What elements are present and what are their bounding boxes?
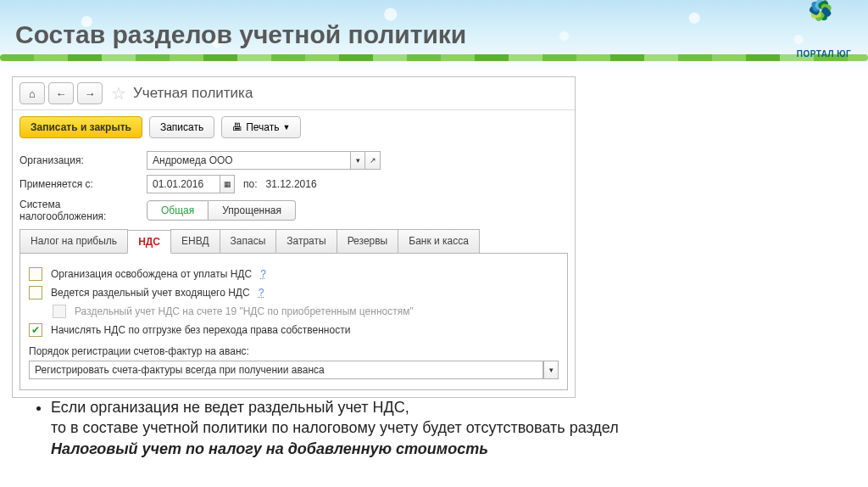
tab-bank-cash[interactable]: Банк и касса — [398, 229, 480, 253]
invoice-order-combo[interactable]: Регистрировать счета-фактуры всегда при … — [29, 361, 559, 379]
tab-profit-tax[interactable]: Налог на прибыль — [19, 229, 128, 253]
invoice-order-value[interactable]: Регистрировать счета-фактуры всегда при … — [29, 361, 543, 379]
dropdown-button[interactable]: ▾ — [543, 361, 559, 379]
arrow-right-icon: → — [85, 87, 96, 100]
save-and-close-button[interactable]: Записать и закрыть — [19, 116, 142, 138]
organization-value[interactable]: Андромеда ООО — [147, 151, 350, 170]
brand-logo: ПОРТАЛ ЮГ — [792, 7, 856, 59]
calendar-icon[interactable]: ▦ — [220, 175, 235, 193]
favorite-star-icon[interactable]: ☆ — [111, 83, 126, 104]
checkbox-ship-no-transfer-label: Начислять НДС по отгрузке без перехода п… — [51, 324, 350, 336]
save-close-label: Записать и закрыть — [31, 121, 131, 133]
window-titlebar: ⌂ ← → ☆ Учетная политика — [13, 77, 575, 110]
tax-general-option[interactable]: Общая — [147, 200, 209, 221]
window-title: Учетная политика — [133, 85, 253, 102]
tab-nds[interactable]: НДС — [127, 230, 171, 254]
checkbox-separate-nds[interactable] — [29, 286, 42, 299]
forward-button[interactable]: → — [77, 82, 103, 104]
tax-simplified-option[interactable]: Упрощенная — [209, 200, 296, 221]
checkbox-account19 — [53, 305, 66, 318]
print-button[interactable]: 🖶 Печать ▼ — [221, 116, 301, 138]
slide-bullet-list: Если организация не ведет раздельный уче… — [34, 397, 619, 459]
checkbox-nds-exempt[interactable] — [29, 267, 42, 281]
toolbar: Записать и закрыть Записать 🖶 Печать ▼ — [13, 110, 575, 144]
save-button[interactable]: Записать — [149, 116, 214, 138]
organization-combo[interactable]: Андромеда ООО ▾ ↗ — [147, 151, 381, 170]
home-button[interactable]: ⌂ — [19, 82, 45, 104]
to-label: по: — [243, 178, 258, 190]
organization-label: Организация: — [19, 154, 147, 166]
bullet-text-2: то в составе учетной политики по налогов… — [51, 419, 619, 436]
dropdown-button[interactable]: ▾ — [350, 151, 365, 170]
help-link[interactable]: ? — [259, 287, 264, 299]
print-label: Печать — [246, 121, 279, 133]
brand-name: ПОРТАЛ ЮГ — [792, 49, 856, 59]
save-label: Записать — [160, 121, 203, 133]
help-link[interactable]: ? — [260, 268, 266, 280]
date-from-input[interactable]: 01.01.2016 ▦ — [147, 175, 235, 193]
tab-costs[interactable]: Затраты — [275, 229, 337, 253]
date-from-value[interactable]: 01.01.2016 — [147, 175, 220, 193]
open-button[interactable]: ↗ — [365, 151, 381, 170]
tab-envd[interactable]: ЕНВД — [170, 229, 220, 253]
back-button[interactable]: ← — [48, 82, 74, 104]
tab-bar: Налог на прибыль НДС ЕНВД Запасы Затраты… — [19, 229, 568, 253]
printer-icon: 🖶 — [232, 121, 242, 133]
applies-from-label: Применяется с: — [19, 178, 147, 190]
checkbox-nds-exempt-label: Организация освобождена от уплаты НДС — [51, 268, 252, 280]
tax-system-toggle: Общая Упрощенная — [147, 200, 296, 221]
checkbox-ship-no-transfer[interactable]: ✔ — [29, 323, 42, 337]
bullet-emphasis: Налоговый учет по налогу на добавленную … — [51, 440, 488, 457]
checkbox-account19-label: Раздельный учет НДС на счете 19 "НДС по … — [75, 305, 414, 317]
nds-panel: Организация освобождена от уплаты НДС ? … — [19, 253, 568, 390]
accounting-policy-window: ⌂ ← → ☆ Учетная политика Записать и закр… — [12, 76, 576, 398]
checkbox-separate-nds-label: Ведется раздельный учет входящего НДС — [51, 287, 250, 299]
invoice-order-label: Порядок регистрации счетов-фактур на ава… — [29, 345, 559, 357]
slide-title: Состав разделов учетной политики — [0, 0, 868, 49]
tax-system-label: Система налогообложения: — [19, 199, 147, 222]
date-to-value: 31.12.2016 — [266, 178, 317, 190]
arrow-left-icon: ← — [56, 87, 67, 100]
home-icon: ⌂ — [29, 87, 36, 100]
chevron-down-icon: ▼ — [283, 123, 291, 132]
list-item: Если организация не ведет раздельный уче… — [51, 397, 619, 459]
bullet-text-1: Если организация не ведет раздельный уче… — [51, 399, 409, 416]
tab-stocks[interactable]: Запасы — [220, 229, 277, 253]
tab-reserves[interactable]: Резервы — [337, 229, 399, 253]
